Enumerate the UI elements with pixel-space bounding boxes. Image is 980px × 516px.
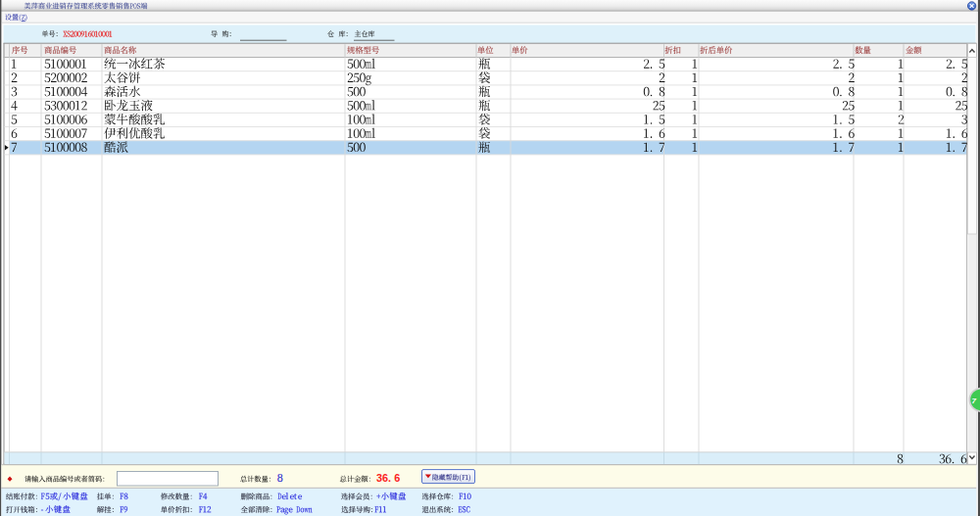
svg-text:7: 7 (972, 397, 977, 405)
svg-text:8: 8 (277, 471, 283, 485)
svg-text:36. 6: 36. 6 (376, 471, 401, 485)
